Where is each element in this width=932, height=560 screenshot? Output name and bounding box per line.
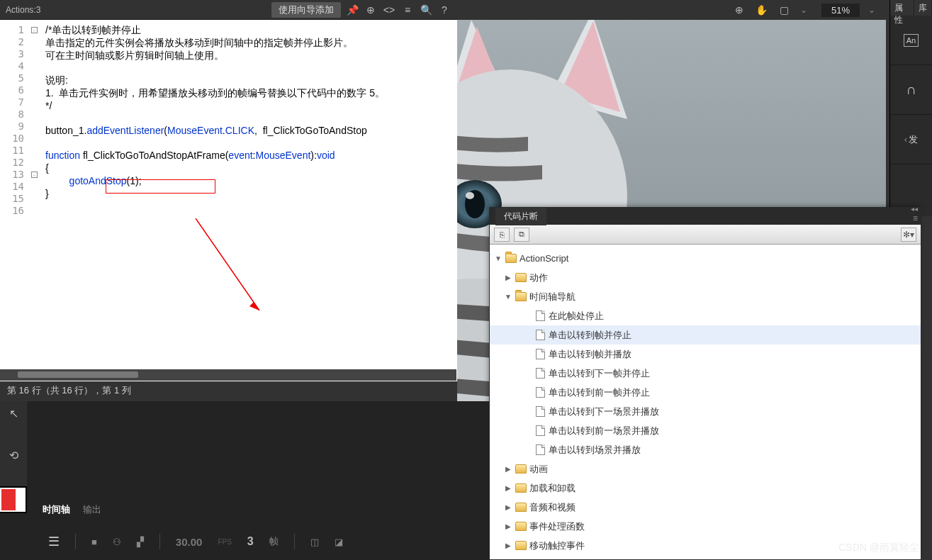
lasso-tool-icon[interactable]: ⟲ <box>9 449 18 462</box>
scrollbar-thumb[interactable] <box>18 371 138 378</box>
folder-icon <box>515 292 527 301</box>
snippets-header[interactable]: 代码片断 ◂◂ ≡ <box>490 208 921 225</box>
right-sidebar: 属性 库 An ∩ ‹发 <box>889 0 932 216</box>
fold-box-icon[interactable]: - <box>31 27 38 33</box>
tree-file[interactable]: 单击以转到下一帧并停止 <box>490 364 921 383</box>
tab-output[interactable]: 输出 <box>83 503 101 516</box>
graph-icon[interactable]: ▞ <box>137 537 144 547</box>
highlight-annotation <box>106 179 215 194</box>
tree-file[interactable]: 单击以转到下一场景并播放 <box>490 402 921 421</box>
copy-snippet-icon[interactable]: ⧉ <box>514 228 529 242</box>
link-icon[interactable]: ⚇ <box>113 537 121 547</box>
fold-box-icon[interactable]: - <box>31 172 38 178</box>
file-icon <box>536 330 545 340</box>
tree-file[interactable]: 单击以转到场景并播放 <box>490 440 921 459</box>
layer-thumbnail[interactable] <box>0 486 27 513</box>
chevron-down-icon[interactable]: ⌄ <box>868 5 881 15</box>
publish-button[interactable]: ‹发 <box>890 115 932 164</box>
hand-icon[interactable]: ✋ <box>755 3 769 17</box>
fold-gutter: -- <box>28 20 40 381</box>
help-icon[interactable]: ? <box>437 3 451 17</box>
tree-file[interactable]: 单击以转到帧并播放 <box>490 345 921 364</box>
file-icon <box>536 425 545 436</box>
snippets-tab[interactable]: 代码片断 <box>495 208 546 225</box>
tab-timeline[interactable]: 时间轴 <box>43 503 70 516</box>
gear-icon[interactable]: ✻▾ <box>901 228 916 242</box>
actions-title: Actions:3 <box>6 5 40 15</box>
file-icon <box>536 368 545 379</box>
layers-icon[interactable]: ☰ <box>48 534 60 549</box>
folder-icon <box>505 254 517 263</box>
loop-icon[interactable]: ◫ <box>310 537 319 547</box>
file-icon <box>536 406 545 417</box>
code-line: */ <box>45 100 52 111</box>
search-icon[interactable]: 🔍 <box>419 3 433 17</box>
tab-library[interactable]: 库 <box>914 0 932 16</box>
editor-status-bar: 第 16 行（共 16 行），第 1 列 <box>0 381 457 398</box>
an-icon: An <box>904 34 919 47</box>
code-line: /*单击以转到帧并停止 <box>45 24 141 35</box>
tool-column: ↖ ⟲ <box>0 401 27 493</box>
chevron-down-icon[interactable]: ⌄ <box>800 5 813 15</box>
camera-icon[interactable]: ■ <box>91 537 97 547</box>
snapshot-icon[interactable]: ◪ <box>335 537 343 547</box>
actions-toolbar: Actions:3 使用向导添加 📌 ⊕ <> ≡ 🔍 ? <box>0 0 457 20</box>
target-icon[interactable]: ⊕ <box>364 3 378 17</box>
folder-icon <box>515 483 527 493</box>
tree-folder-av[interactable]: ▶音频和视频 <box>490 498 921 517</box>
arrow-tool-icon[interactable]: ↖ <box>9 407 18 420</box>
tree-folder-root[interactable]: ▼ActionScript <box>490 249 921 268</box>
code-line: 说明: <box>45 74 68 86</box>
file-icon <box>536 444 545 455</box>
right-tabs: 属性 库 <box>890 0 932 16</box>
add-snippet-icon[interactable]: ⎘ <box>494 228 510 242</box>
code-area[interactable]: /*单击以转到帧并停止 单击指定的元件实例会将播放头移动到时间轴中的指定帧并停止… <box>40 20 457 381</box>
fps-value[interactable]: 30.00 <box>176 536 203 548</box>
timeline-panel: ↖ ⟲ 时间轴 输出 ☰ ■ ⚇ ▞ 30.00 FPS 3 帧 ◫ ◪ <box>0 401 489 560</box>
editor-h-scrollbar[interactable] <box>0 369 456 381</box>
magnet-tool[interactable]: ∩ <box>890 65 932 115</box>
tree-file[interactable]: 单击以转到前一场景并播放 <box>490 421 921 440</box>
snippets-toolbar: ⎘ ⧉ ✻▾ <box>490 225 921 245</box>
frame-value[interactable]: 3 <box>247 535 254 548</box>
line-gutter: 12345678910111213141516 <box>0 20 28 381</box>
code-editor[interactable]: 12345678910111213141516 -- /*单击以转到帧并停止 单… <box>0 20 457 381</box>
tree-folder-actions[interactable]: ▶动作 <box>490 268 921 287</box>
tree-folder-timeline[interactable]: ▼时间轴导航 <box>490 287 921 306</box>
tree-folder-events[interactable]: ▶事件处理函数 <box>490 517 921 536</box>
crop-icon[interactable]: ▢ <box>777 3 792 17</box>
tree-folder-load[interactable]: ▶加载和卸载 <box>490 478 921 498</box>
tree-folder-animation[interactable]: ▶动画 <box>490 459 921 478</box>
code-snippets-panel: 代码片断 ◂◂ ≡ ⎘ ⧉ ✻▾ ▼ActionScript ▶动作 ▼时间轴导… <box>489 207 921 560</box>
canvas-toolbar: ⊕ ✋ ▢ ⌄ 51% ⌄ <box>457 0 889 20</box>
folder-icon <box>515 273 527 282</box>
tree-file[interactable]: 单击以转到帧并停止 <box>490 325 921 345</box>
tree-file[interactable]: 在此帧处停止 <box>490 306 921 325</box>
center-icon[interactable]: ⊕ <box>732 3 746 17</box>
timeline-controls: ☰ ■ ⚇ ▞ 30.00 FPS 3 帧 ◫ ◪ <box>35 527 489 556</box>
timeline-ruler[interactable] <box>120 485 475 495</box>
menu-icon[interactable]: ≡ <box>913 213 918 223</box>
file-icon <box>536 387 545 398</box>
file-icon <box>536 310 545 321</box>
pin-icon[interactable]: 📌 <box>345 3 359 17</box>
tab-properties[interactable]: 属性 <box>890 0 914 16</box>
wizard-add-button[interactable]: 使用向导添加 <box>271 2 341 18</box>
fps-label: FPS <box>218 538 231 546</box>
frame-label: 帧 <box>269 535 279 548</box>
folder-icon <box>515 464 527 474</box>
folder-icon <box>515 541 527 550</box>
code-icon[interactable]: <> <box>382 3 396 17</box>
code-line: 1. 单击元件实例时，用希望播放头移动到的帧编号替换以下代码中的数字 5。 <box>45 87 385 99</box>
svg-point-6 <box>466 192 474 199</box>
folder-icon <box>515 503 527 512</box>
tree-file[interactable]: 单击以转到前一帧并停止 <box>490 383 921 402</box>
zoom-input[interactable]: 51% <box>821 4 860 17</box>
file-icon <box>536 349 545 359</box>
code-line: 可在主时间轴或影片剪辑时间轴上使用。 <box>45 50 224 61</box>
svg-line-0 <box>196 218 259 310</box>
collapse-icon[interactable]: ◂◂ <box>911 205 918 213</box>
snippets-tree[interactable]: ▼ActionScript ▶动作 ▼时间轴导航 在此帧处停止 单击以转到帧并停… <box>490 245 921 556</box>
arrow-annotation <box>132 218 274 332</box>
format-icon[interactable]: ≡ <box>400 3 415 17</box>
